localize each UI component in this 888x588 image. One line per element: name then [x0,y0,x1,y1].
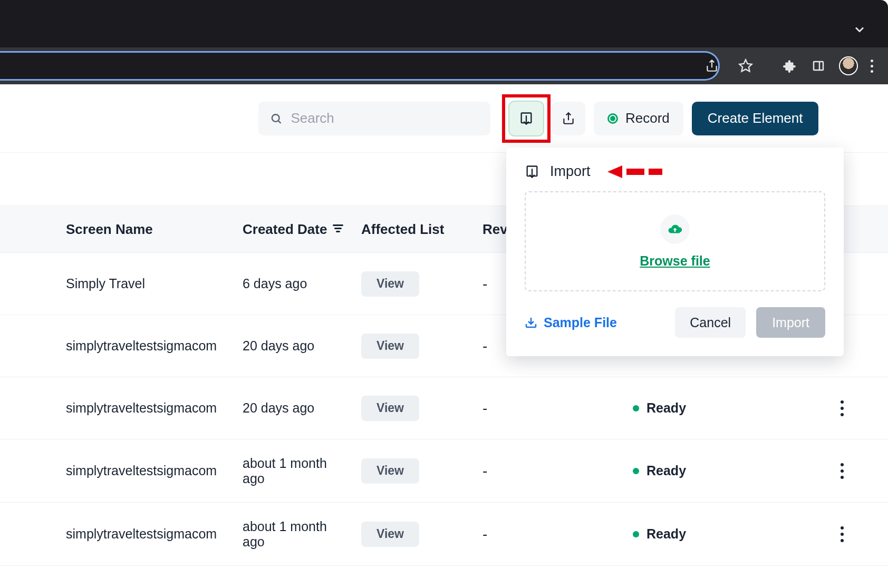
cell-status: Ready [633,463,786,478]
cell-screen-name: simplytraveltestsigmacom [66,463,243,478]
popover-header: Import [525,163,825,180]
file-dropzone[interactable]: Browse file [525,191,825,291]
extensions-icon[interactable] [782,58,798,74]
cell-reviewed-by: - [482,463,633,479]
export-button[interactable] [552,102,585,135]
import-confirm-button[interactable]: Import [756,307,825,338]
status-dot-icon [633,531,639,537]
row-menu-button[interactable] [841,400,844,416]
search-icon [270,112,282,125]
status-dot-icon [633,468,639,474]
view-button[interactable]: View [361,396,419,421]
cell-screen-name: simplytraveltestsigmacom [66,400,243,416]
view-button[interactable]: View [361,334,419,359]
svg-point-4 [272,114,279,122]
chrome-menu-icon[interactable] [871,60,873,73]
tab-overflow-icon[interactable] [852,22,867,39]
import-icon [525,164,539,179]
row-menu-button[interactable] [841,463,844,479]
export-icon [562,112,575,125]
import-button[interactable] [509,102,543,135]
cell-created-date: about 1 month ago [243,456,361,486]
import-icon [519,111,534,126]
cell-reviewed-by: - [482,400,633,417]
cell-created-date: about 1 month ago [243,519,361,550]
cell-reviewed-by: - [482,526,633,543]
col-created-date[interactable]: Created Date [243,221,361,238]
record-icon [607,113,618,124]
cell-screen-name: simplytraveltestsigmacom [66,526,243,542]
view-button[interactable]: View [361,522,419,547]
create-element-label: Create Element [708,110,803,126]
address-bar[interactable] [0,51,720,81]
status-label: Ready [646,526,686,542]
browser-toolbar [0,47,888,84]
table-row[interactable]: simplytraveltestsigmacom about 1 month a… [0,503,888,566]
row-menu-button[interactable] [841,526,844,542]
col-screen-name[interactable]: Screen Name [66,221,243,238]
app-toolbar: Record Create Element [0,84,888,153]
cell-status: Ready [633,526,786,542]
sidepanel-icon[interactable] [810,58,826,74]
annotation-arrow [607,165,662,178]
popover-title: Import [550,163,591,180]
cell-status: Ready [633,400,786,416]
cell-screen-name: Simply Travel [66,276,243,291]
browse-file-link[interactable]: Browse file [640,253,710,269]
table-row[interactable]: simplytraveltestsigmacom 20 days ago Vie… [0,377,888,439]
popover-footer: Sample File Cancel Import [525,307,825,338]
view-button[interactable]: View [361,458,419,484]
sample-file-link[interactable]: Sample File [525,315,617,330]
col-created-date-label: Created Date [243,221,327,238]
cell-created-date: 20 days ago [243,400,361,416]
bookmark-star-icon[interactable] [738,58,754,74]
create-element-button[interactable]: Create Element [692,102,819,135]
cancel-button[interactable]: Cancel [675,307,746,338]
share-icon[interactable] [704,58,720,74]
status-dot-icon [633,405,639,411]
record-button[interactable]: Record [594,102,683,135]
sample-file-label: Sample File [544,315,617,330]
upload-cloud-icon [660,214,690,244]
status-label: Ready [646,400,686,416]
profile-avatar[interactable] [839,56,858,75]
cell-created-date: 6 days ago [243,276,361,291]
record-label: Record [625,110,670,126]
filter-icon[interactable] [332,224,344,234]
download-icon [525,316,537,329]
import-popover: Import Browse file Sample File Cancel Im… [506,148,844,356]
browser-tabstrip [0,0,888,47]
svg-line-5 [278,121,281,123]
svg-marker-1 [739,60,751,71]
search-input[interactable] [291,110,479,126]
cell-created-date: 20 days ago [243,338,361,354]
svg-rect-2 [814,62,823,70]
table-row[interactable]: simplytraveltestsigmacom about 1 month a… [0,439,888,503]
col-affected-list[interactable]: Affected List [361,221,482,238]
cell-screen-name: simplytraveltestsigmacom [66,338,243,354]
status-label: Ready [646,463,686,478]
search-box[interactable] [258,102,490,135]
view-button[interactable]: View [361,271,419,297]
